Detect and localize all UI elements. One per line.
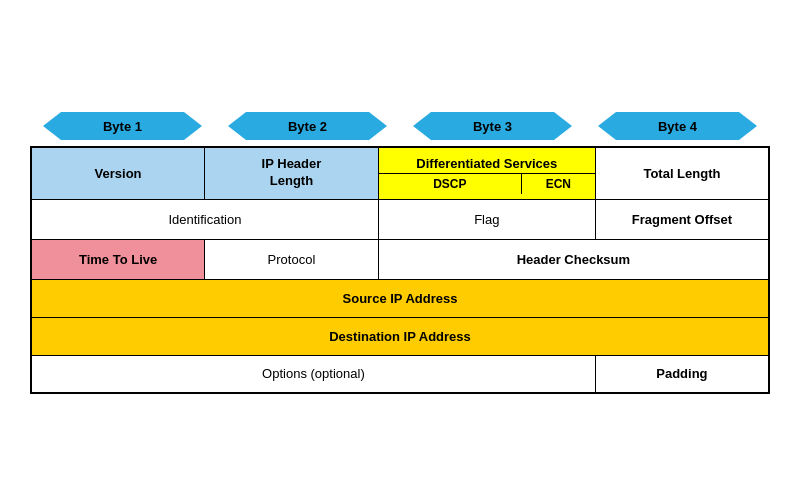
ttl-cell: Time To Live xyxy=(31,239,205,279)
row-3: Time To Live Protocol Header Checksum xyxy=(31,239,769,279)
row-2: Identification Flag Fragment Offset xyxy=(31,199,769,239)
diff-services-sub: DSCP ECN xyxy=(379,173,595,194)
row-6: Options (optional) Padding xyxy=(31,355,769,393)
byte1-arrow-left xyxy=(43,112,61,140)
row-5: Destination IP Address xyxy=(31,317,769,355)
source-ip-cell: Source IP Address xyxy=(31,279,769,317)
row-1: Version IP HeaderLength Differentiated S… xyxy=(31,147,769,199)
ip-header-table: Version IP HeaderLength Differentiated S… xyxy=(30,146,770,394)
byte3-label: Byte 3 xyxy=(431,112,554,140)
ihl-cell: IP HeaderLength xyxy=(205,147,379,199)
byte2-arrow-right xyxy=(369,112,387,140)
row-4: Source IP Address xyxy=(31,279,769,317)
byte1-arrow: Byte 1 xyxy=(43,112,202,140)
padding-cell: Padding xyxy=(595,355,769,393)
protocol-label: Protocol xyxy=(268,252,316,267)
checksum-cell: Header Checksum xyxy=(378,239,769,279)
version-label: Version xyxy=(95,166,142,181)
byte3-arrow-left xyxy=(413,112,431,140)
identification-cell: Identification xyxy=(31,199,378,239)
options-label: Options (optional) xyxy=(262,366,365,381)
ecn-label: ECN xyxy=(522,174,595,194)
byte2-arrow-left xyxy=(228,112,246,140)
byte3-arrow-right xyxy=(554,112,572,140)
byte4-arrow-right xyxy=(739,112,757,140)
version-cell: Version xyxy=(31,147,205,199)
diff-services-label: Differentiated Services xyxy=(379,152,595,173)
options-cell: Options (optional) xyxy=(31,355,595,393)
ihl-label: IP HeaderLength xyxy=(262,156,322,188)
dest-ip-cell: Destination IP Address xyxy=(31,317,769,355)
dest-ip-label: Destination IP Address xyxy=(329,329,471,344)
byte1-arrow-right xyxy=(184,112,202,140)
byte-header-row: Byte 1 Byte 2 Byte 3 Byte 4 xyxy=(30,106,770,146)
byte4-arrow: Byte 4 xyxy=(598,112,757,140)
ip-header-diagram: Byte 1 Byte 2 Byte 3 Byte 4 xyxy=(30,106,770,394)
flag-label: Flag xyxy=(474,212,499,227)
total-length-label: Total Length xyxy=(643,166,720,181)
byte4-arrow-left xyxy=(598,112,616,140)
byte2-cell: Byte 2 xyxy=(215,106,400,146)
ttl-label: Time To Live xyxy=(79,252,157,267)
identification-label: Identification xyxy=(168,212,241,227)
dscp-label: DSCP xyxy=(379,174,522,194)
flag-cell: Flag xyxy=(378,199,595,239)
byte4-label: Byte 4 xyxy=(616,112,739,140)
total-length-cell: Total Length xyxy=(595,147,769,199)
padding-label: Padding xyxy=(656,366,707,381)
byte1-cell: Byte 1 xyxy=(30,106,215,146)
byte1-label: Byte 1 xyxy=(61,112,184,140)
fragment-label: Fragment Offset xyxy=(632,212,732,227)
byte2-label: Byte 2 xyxy=(246,112,369,140)
byte4-cell: Byte 4 xyxy=(585,106,770,146)
checksum-label: Header Checksum xyxy=(517,252,630,267)
byte2-arrow: Byte 2 xyxy=(228,112,387,140)
diff-services-cell: Differentiated Services DSCP ECN xyxy=(378,147,595,199)
protocol-cell: Protocol xyxy=(205,239,379,279)
source-ip-label: Source IP Address xyxy=(343,291,458,306)
byte3-cell: Byte 3 xyxy=(400,106,585,146)
byte3-arrow: Byte 3 xyxy=(413,112,572,140)
fragment-cell: Fragment Offset xyxy=(595,199,769,239)
